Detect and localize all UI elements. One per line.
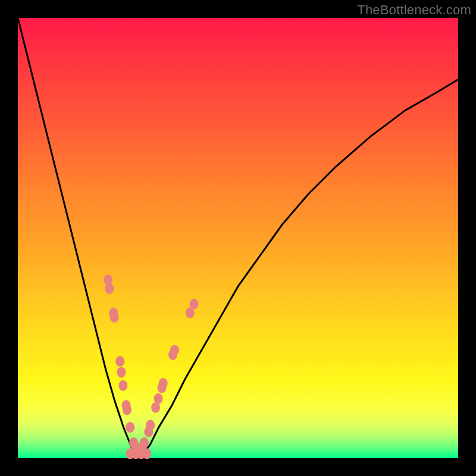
chart-frame: TheBottleneck.com bbox=[0, 0, 476, 476]
scatter-point bbox=[110, 312, 119, 322]
scatter-markers bbox=[104, 274, 198, 459]
scatter-point bbox=[105, 283, 114, 294]
scatter-point bbox=[190, 299, 199, 309]
watermark-text: TheBottleneck.com bbox=[357, 2, 471, 18]
bottleneck-curve bbox=[18, 18, 458, 458]
scatter-point bbox=[123, 405, 131, 415]
scatter-point bbox=[117, 367, 126, 378]
scatter-point bbox=[140, 437, 149, 448]
scatter-point bbox=[115, 356, 124, 367]
scatter-point bbox=[170, 345, 179, 356]
scatter-point bbox=[146, 420, 155, 431]
chart-svg bbox=[18, 18, 458, 458]
scatter-point bbox=[159, 378, 168, 389]
scatter-point bbox=[126, 422, 134, 433]
scatter-point bbox=[154, 393, 163, 404]
scatter-point bbox=[118, 380, 127, 391]
